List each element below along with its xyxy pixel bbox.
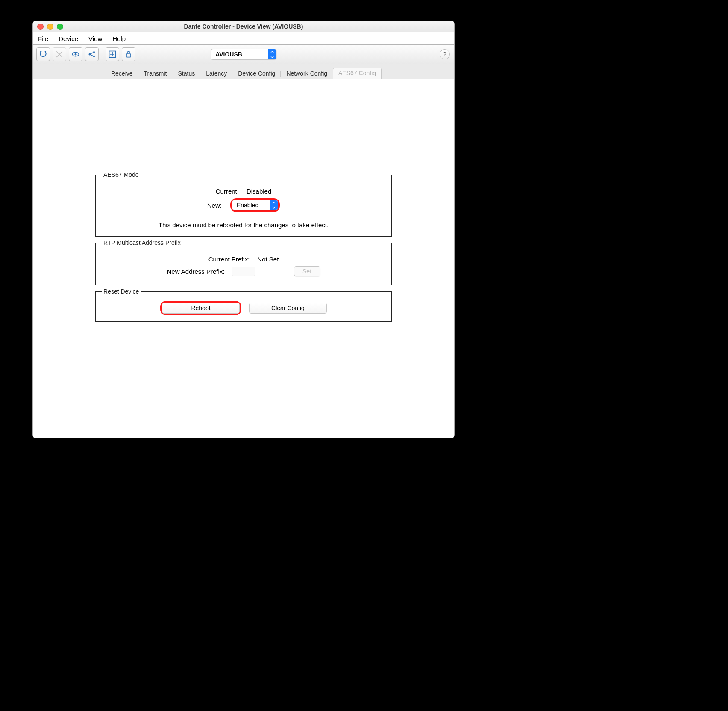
aes67-new-value: Enabled [232,202,270,209]
eye-icon [71,50,80,59]
clear-config-button[interactable]: Clear Config [249,303,327,314]
tab-device-config[interactable]: Device Config [232,68,281,79]
select-stepper-icon [270,200,278,210]
tab-status[interactable]: Status [172,68,200,79]
network-button[interactable] [85,47,99,61]
tabbar: Receive Transmit Status Latency Device C… [33,64,454,79]
network-icon [88,50,96,59]
tab-receive[interactable]: Receive [106,68,138,79]
rtp-current-label: Current Prefix: [208,256,254,263]
menu-view[interactable]: View [87,34,104,43]
rtp-prefix-group: RTP Multicast Address Prefix Current Pre… [95,239,392,285]
tab-aes67-config[interactable]: AES67 Config [333,68,382,79]
refresh-button[interactable] [36,47,50,61]
tab-latency[interactable]: Latency [200,68,232,79]
device-select-value: AVIOUSB [211,51,268,58]
rtp-new-prefix-input[interactable] [232,267,255,276]
rtp-new-label: New Address Prefix: [167,268,229,275]
reset-legend: Reset Device [102,288,141,295]
window: Dante Controller - Device View (AVIOUSB)… [32,21,455,438]
add-button[interactable] [106,47,119,61]
menubar: File Device View Help [33,32,454,45]
aes67-note: This device must be rebooted for the cha… [102,221,385,229]
toolbar: AVIOUSB ? [33,45,454,64]
zoom-icon[interactable] [57,24,63,30]
lock-button[interactable] [122,47,135,61]
content: AES67 Mode Current: Disabled New: Enable… [37,79,450,434]
select-stepper-icon [268,49,276,59]
tab-network-config[interactable]: Network Config [281,68,333,79]
reboot-button[interactable]: Reboot [162,303,240,314]
menu-device[interactable]: Device [57,34,80,43]
set-button[interactable]: Set [294,266,320,276]
close-icon[interactable] [37,24,44,30]
device-select[interactable]: AVIOUSB [211,49,276,60]
menu-file[interactable]: File [36,34,50,43]
help-button[interactable]: ? [440,49,450,59]
reset-device-group: Reset Device Reboot Clear Config [95,288,392,322]
plus-icon [108,50,117,59]
aes67-legend: AES67 Mode [102,171,141,178]
menu-help[interactable]: Help [111,34,127,43]
help-icon: ? [443,51,446,58]
reboot-highlight: Reboot [160,301,241,315]
traffic-lights [37,24,63,30]
aes67-new-highlight: Enabled [230,198,280,212]
svg-point-1 [75,53,77,56]
aes67-current-value: Disabled [247,188,271,195]
aes67-new-select[interactable]: Enabled [232,200,278,210]
aes67-mode-group: AES67 Mode Current: Disabled New: Enable… [95,171,392,237]
grid-button[interactable] [53,47,66,61]
eye-button[interactable] [69,47,82,61]
lock-icon [124,50,133,59]
refresh-icon [39,50,47,59]
tab-transmit[interactable]: Transmit [138,68,173,79]
titlebar: Dante Controller - Device View (AVIOUSB) [33,21,454,32]
minimize-icon[interactable] [47,24,53,30]
aes67-new-label: New: [207,202,226,209]
grid-icon [55,50,64,59]
rtp-current-value: Not Set [257,256,279,263]
window-title: Dante Controller - Device View (AVIOUSB) [33,23,454,30]
aes67-current-label: Current: [216,188,243,195]
rtp-legend: RTP Multicast Address Prefix [102,239,182,246]
svg-rect-6 [126,54,131,57]
